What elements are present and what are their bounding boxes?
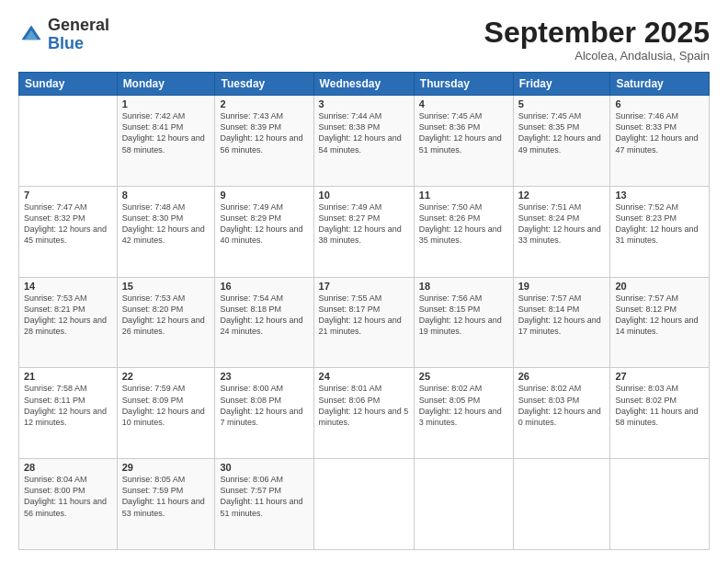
calendar-cell: 9Sunrise: 7:49 AMSunset: 8:29 PMDaylight… bbox=[215, 186, 313, 277]
calendar-cell: 1Sunrise: 7:42 AMSunset: 8:41 PMDaylight… bbox=[117, 96, 215, 187]
calendar-cell: 14Sunrise: 7:53 AMSunset: 8:21 PMDayligh… bbox=[19, 277, 118, 368]
day-number: 28 bbox=[24, 462, 112, 473]
calendar-cell: 7Sunrise: 7:47 AMSunset: 8:32 PMDaylight… bbox=[19, 186, 118, 277]
day-info: Sunrise: 7:57 AMSunset: 8:14 PMDaylight:… bbox=[518, 293, 606, 338]
calendar-cell: 24Sunrise: 8:01 AMSunset: 8:06 PMDayligh… bbox=[313, 368, 414, 459]
calendar-cell: 29Sunrise: 8:05 AMSunset: 7:59 PMDayligh… bbox=[117, 459, 215, 550]
day-info: Sunrise: 7:59 AMSunset: 8:09 PMDaylight:… bbox=[122, 383, 210, 428]
day-number: 13 bbox=[615, 190, 704, 201]
header-saturday: Saturday bbox=[610, 73, 710, 96]
calendar-cell: 3Sunrise: 7:44 AMSunset: 8:38 PMDaylight… bbox=[313, 96, 414, 187]
day-info: Sunrise: 7:56 AMSunset: 8:15 PMDaylight:… bbox=[419, 293, 508, 338]
calendar-cell: 27Sunrise: 8:03 AMSunset: 8:02 PMDayligh… bbox=[610, 368, 710, 459]
day-number: 20 bbox=[615, 281, 704, 292]
calendar-cell bbox=[414, 459, 513, 550]
day-info: Sunrise: 7:57 AMSunset: 8:12 PMDaylight:… bbox=[615, 293, 704, 338]
header-friday: Friday bbox=[513, 73, 610, 96]
day-number: 5 bbox=[518, 98, 606, 109]
day-info: Sunrise: 7:50 AMSunset: 8:26 PMDaylight:… bbox=[419, 201, 508, 247]
calendar-cell: 6Sunrise: 7:46 AMSunset: 8:33 PMDaylight… bbox=[610, 96, 710, 187]
calendar-cell: 19Sunrise: 7:57 AMSunset: 8:14 PMDayligh… bbox=[513, 277, 610, 368]
logo-general: General bbox=[48, 16, 109, 34]
logo-blue: Blue bbox=[48, 34, 84, 52]
day-number: 22 bbox=[122, 371, 210, 382]
day-info: Sunrise: 8:06 AMSunset: 7:57 PMDaylight:… bbox=[220, 474, 308, 519]
calendar-cell: 22Sunrise: 7:59 AMSunset: 8:09 PMDayligh… bbox=[117, 368, 215, 459]
calendar-cell: 4Sunrise: 7:45 AMSunset: 8:36 PMDaylight… bbox=[414, 96, 513, 187]
calendar-cell: 5Sunrise: 7:45 AMSunset: 8:35 PMDaylight… bbox=[513, 96, 610, 187]
day-number: 14 bbox=[24, 281, 112, 292]
day-info: Sunrise: 8:02 AMSunset: 8:03 PMDaylight:… bbox=[518, 383, 606, 428]
day-info: Sunrise: 7:58 AMSunset: 8:11 PMDaylight:… bbox=[24, 383, 112, 428]
calendar-cell: 15Sunrise: 7:53 AMSunset: 8:20 PMDayligh… bbox=[117, 277, 215, 368]
day-number: 19 bbox=[518, 281, 606, 292]
logo-text: General Blue bbox=[48, 17, 109, 53]
day-number: 15 bbox=[122, 281, 210, 292]
day-number: 23 bbox=[220, 371, 308, 382]
day-info: Sunrise: 8:03 AMSunset: 8:02 PMDaylight:… bbox=[615, 383, 704, 428]
day-number: 25 bbox=[419, 371, 508, 382]
calendar-week-0: 1Sunrise: 7:42 AMSunset: 8:41 PMDaylight… bbox=[19, 96, 710, 187]
calendar-cell: 28Sunrise: 8:04 AMSunset: 8:00 PMDayligh… bbox=[19, 459, 118, 550]
calendar-cell: 18Sunrise: 7:56 AMSunset: 8:15 PMDayligh… bbox=[414, 277, 513, 368]
day-number: 10 bbox=[319, 190, 409, 201]
title-block: September 2025 Alcolea, Andalusia, Spain bbox=[484, 17, 710, 63]
page: General Blue September 2025 Alcolea, And… bbox=[0, 0, 728, 563]
calendar-cell: 17Sunrise: 7:55 AMSunset: 8:17 PMDayligh… bbox=[313, 277, 414, 368]
day-number: 6 bbox=[615, 98, 704, 109]
header-wednesday: Wednesday bbox=[313, 73, 414, 96]
logo: General Blue bbox=[18, 17, 109, 53]
calendar-cell: 20Sunrise: 7:57 AMSunset: 8:12 PMDayligh… bbox=[610, 277, 710, 368]
day-number: 26 bbox=[518, 371, 606, 382]
calendar-week-1: 7Sunrise: 7:47 AMSunset: 8:32 PMDaylight… bbox=[19, 186, 710, 277]
day-info: Sunrise: 7:45 AMSunset: 8:35 PMDaylight:… bbox=[518, 110, 606, 155]
day-number: 24 bbox=[319, 371, 409, 382]
calendar-cell bbox=[313, 459, 414, 550]
header: General Blue September 2025 Alcolea, And… bbox=[18, 17, 710, 63]
day-info: Sunrise: 7:53 AMSunset: 8:20 PMDaylight:… bbox=[122, 293, 210, 338]
day-info: Sunrise: 7:48 AMSunset: 8:30 PMDaylight:… bbox=[122, 201, 210, 247]
header-monday: Monday bbox=[117, 73, 215, 96]
calendar-cell bbox=[19, 96, 118, 187]
calendar-week-2: 14Sunrise: 7:53 AMSunset: 8:21 PMDayligh… bbox=[19, 277, 710, 368]
logo-icon bbox=[18, 22, 44, 48]
day-number: 18 bbox=[419, 281, 508, 292]
day-info: Sunrise: 7:49 AMSunset: 8:27 PMDaylight:… bbox=[319, 201, 409, 247]
day-info: Sunrise: 8:01 AMSunset: 8:06 PMDaylight:… bbox=[319, 383, 409, 428]
location: Alcolea, Andalusia, Spain bbox=[484, 49, 710, 63]
day-info: Sunrise: 7:45 AMSunset: 8:36 PMDaylight:… bbox=[419, 110, 508, 155]
calendar-table: SundayMondayTuesdayWednesdayThursdayFrid… bbox=[18, 72, 710, 550]
day-info: Sunrise: 7:44 AMSunset: 8:38 PMDaylight:… bbox=[319, 110, 409, 155]
day-number: 8 bbox=[122, 190, 210, 201]
calendar-cell: 12Sunrise: 7:51 AMSunset: 8:24 PMDayligh… bbox=[513, 186, 610, 277]
day-number: 29 bbox=[122, 462, 210, 473]
header-thursday: Thursday bbox=[414, 73, 513, 96]
day-number: 9 bbox=[220, 190, 308, 201]
day-info: Sunrise: 7:54 AMSunset: 8:18 PMDaylight:… bbox=[220, 293, 308, 338]
day-info: Sunrise: 7:53 AMSunset: 8:21 PMDaylight:… bbox=[24, 293, 112, 338]
calendar-cell: 8Sunrise: 7:48 AMSunset: 8:30 PMDaylight… bbox=[117, 186, 215, 277]
calendar-cell: 10Sunrise: 7:49 AMSunset: 8:27 PMDayligh… bbox=[313, 186, 414, 277]
day-number: 12 bbox=[518, 190, 606, 201]
calendar-cell: 11Sunrise: 7:50 AMSunset: 8:26 PMDayligh… bbox=[414, 186, 513, 277]
calendar-cell: 21Sunrise: 7:58 AMSunset: 8:11 PMDayligh… bbox=[19, 368, 118, 459]
day-number: 7 bbox=[24, 190, 112, 201]
day-number: 17 bbox=[319, 281, 409, 292]
calendar-cell bbox=[513, 459, 610, 550]
calendar-cell: 25Sunrise: 8:02 AMSunset: 8:05 PMDayligh… bbox=[414, 368, 513, 459]
day-info: Sunrise: 7:51 AMSunset: 8:24 PMDaylight:… bbox=[518, 201, 606, 247]
day-number: 2 bbox=[220, 98, 308, 109]
day-info: Sunrise: 8:04 AMSunset: 8:00 PMDaylight:… bbox=[24, 474, 112, 519]
month-title: September 2025 bbox=[484, 17, 710, 49]
calendar-cell: 23Sunrise: 8:00 AMSunset: 8:08 PMDayligh… bbox=[215, 368, 313, 459]
day-info: Sunrise: 7:52 AMSunset: 8:23 PMDaylight:… bbox=[615, 201, 704, 247]
day-info: Sunrise: 7:49 AMSunset: 8:29 PMDaylight:… bbox=[220, 201, 308, 247]
day-info: Sunrise: 7:55 AMSunset: 8:17 PMDaylight:… bbox=[319, 293, 409, 338]
calendar-cell: 2Sunrise: 7:43 AMSunset: 8:39 PMDaylight… bbox=[215, 96, 313, 187]
day-number: 11 bbox=[419, 190, 508, 201]
day-number: 30 bbox=[220, 462, 308, 473]
day-info: Sunrise: 8:05 AMSunset: 7:59 PMDaylight:… bbox=[122, 474, 210, 519]
calendar-cell bbox=[610, 459, 710, 550]
calendar-week-4: 28Sunrise: 8:04 AMSunset: 8:00 PMDayligh… bbox=[19, 459, 710, 550]
day-number: 3 bbox=[319, 98, 409, 109]
